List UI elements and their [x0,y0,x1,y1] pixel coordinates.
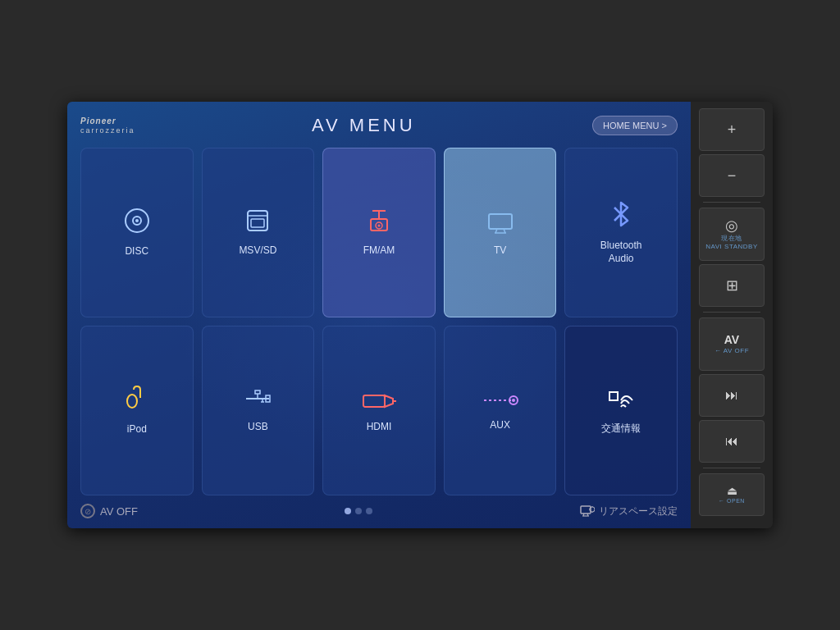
bluetooth-button[interactable]: BluetoothAudio [564,148,678,317]
traffic-button[interactable]: 交通情報 [564,326,678,495]
current-location-button[interactable]: ◎ 現在地NAVI STANDBY [699,208,765,261]
av-icon: AV [724,334,739,345]
traffic-icon [606,386,636,416]
car-unit: Pioneer carrozzeria AV MENU HOME MENU > … [67,102,773,528]
eject-button[interactable]: ⏏ ← OPEN [699,473,765,516]
volume-up-button[interactable]: + [699,108,765,151]
fm-button[interactable]: FM/AM [322,148,436,317]
tv-icon [486,208,515,238]
disc-icon [123,207,151,239]
pioneer-brand: Pioneer [80,116,116,126]
eject-icon: ⏏ [727,485,737,496]
aux-label: AUX [490,419,510,432]
hdmi-icon [362,387,396,414]
svg-rect-5 [251,219,264,227]
fm-label: FM/AM [363,244,395,258]
skip-back-button[interactable]: ⏮ [699,420,765,463]
footer-bar: ⊘ AV OFF リアスペース設定 [80,504,678,518]
bluetooth-icon [609,199,632,233]
svg-point-15 [127,395,137,408]
menu-grid: DISC MSV/SD [80,148,678,495]
hdmi-label: HDMI [367,421,392,434]
side-panel: + − ◎ 現在地NAVI STANDBY ⊞ AV ← AV OFF ⏭ ⏮ … [691,102,773,528]
eject-label: ← OPEN [719,498,745,504]
brand-logo: Pioneer carrozzeria [80,116,135,135]
svg-point-10 [377,225,380,227]
disc-label: DISC [125,245,148,258]
header: Pioneer carrozzeria AV MENU HOME MENU > [80,115,678,136]
rear-settings-button[interactable]: リアスペース設定 [580,504,678,518]
av-button[interactable]: AV ← AV OFF [699,317,765,371]
skip-forward-icon: ⏭ [725,389,738,402]
page-dots [345,508,372,514]
skip-back-icon: ⏮ [725,435,738,448]
dot-3[interactable] [366,508,372,514]
av-off-label: AV OFF [100,505,138,518]
aux-button[interactable]: AUX [444,326,557,495]
disc-button[interactable]: DISC [80,148,194,317]
divider-1 [703,202,760,203]
msv-button[interactable]: MSV/SD [202,148,315,317]
av-off-button[interactable]: ⊘ AV OFF [80,504,138,518]
svg-rect-19 [255,390,260,394]
svg-rect-28 [609,392,618,400]
carrozzeria-brand: carrozzeria [80,126,135,135]
divider-2 [703,312,760,313]
ipod-button[interactable]: iPod [80,326,194,495]
fm-icon [364,208,394,238]
svg-rect-11 [489,214,512,229]
av-off-icon: ⊘ [80,504,95,518]
page-title: AV MENU [135,115,593,136]
av-label: ← AV OFF [714,347,749,355]
rear-settings-icon [580,504,595,518]
usb-label: USB [248,421,268,434]
ipod-icon [126,385,148,417]
svg-marker-23 [385,395,393,407]
minus-icon: − [728,168,737,183]
msv-icon [244,208,271,238]
usb-icon [243,387,272,414]
svg-point-27 [512,399,515,402]
skip-forward-button[interactable]: ⏭ [699,374,765,417]
dot-1[interactable] [345,508,351,514]
current-location-icon: ◎ [725,218,738,233]
usb-button[interactable]: USB [202,326,315,495]
volume-down-button[interactable]: − [699,154,765,197]
traffic-label: 交通情報 [601,422,641,436]
svg-rect-22 [363,395,385,407]
grid-icon: ⊞ [726,278,738,293]
divider-3 [703,468,760,468]
rear-settings-label: リアスペース設定 [599,504,678,518]
msv-label: MSV/SD [239,244,276,258]
plus-icon: + [728,122,737,137]
dot-2[interactable] [355,508,362,514]
screen-area: Pioneer carrozzeria AV MENU HOME MENU > … [67,102,691,528]
tv-button[interactable]: TV [444,148,557,317]
grid-menu-button[interactable]: ⊞ [699,264,765,307]
svg-point-2 [135,219,139,222]
tv-label: TV [494,244,506,258]
hdmi-button[interactable]: HDMI [322,326,436,495]
current-location-label: 現在地NAVI STANDBY [705,235,758,250]
bluetooth-label: BluetoothAudio [600,240,642,265]
aux-icon [482,390,518,413]
ipod-label: iPod [127,423,147,436]
home-menu-button[interactable]: HOME MENU > [592,116,678,135]
